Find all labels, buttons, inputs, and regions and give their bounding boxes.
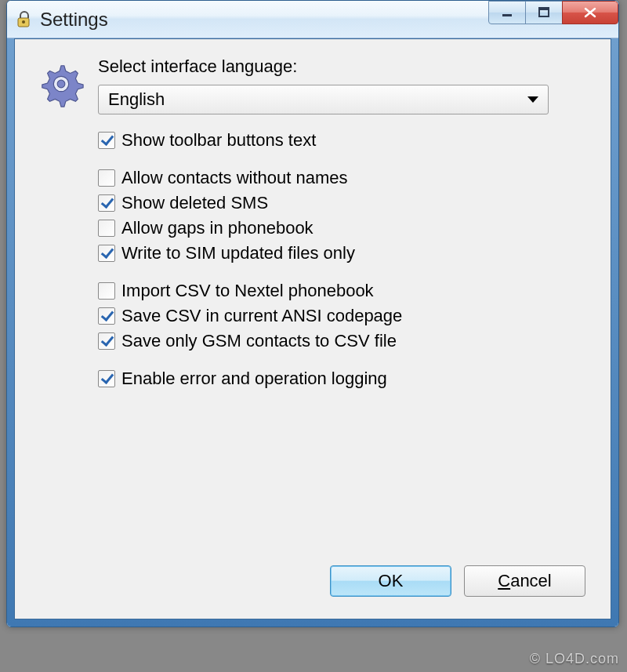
checkbox-label: Write to SIM updated files only bbox=[121, 243, 355, 263]
checkbox-row[interactable]: Allow gaps in phonebook bbox=[98, 218, 589, 238]
checkbox-row[interactable]: Import CSV to Nextel phonebook bbox=[98, 281, 589, 301]
checkbox-row[interactable]: Save CSV in current ANSI codepage bbox=[98, 306, 589, 326]
language-value: English bbox=[108, 89, 165, 110]
gear-icon bbox=[37, 56, 92, 111]
titlebar[interactable]: Settings bbox=[7, 1, 618, 38]
svg-rect-4 bbox=[539, 8, 549, 10]
minimize-button[interactable] bbox=[488, 1, 526, 24]
checkbox-label: Save only GSM contacts to CSV file bbox=[121, 331, 397, 351]
checkbox-label: Allow gaps in phonebook bbox=[121, 218, 314, 238]
checkbox-group: Import CSV to Nextel phonebookSave CSV i… bbox=[98, 281, 589, 351]
checkbox-row[interactable]: Show deleted SMS bbox=[98, 193, 589, 213]
checkbox[interactable] bbox=[98, 220, 115, 237]
svg-rect-2 bbox=[502, 14, 512, 16]
checkbox-row[interactable]: Write to SIM updated files only bbox=[98, 243, 589, 263]
checkbox[interactable] bbox=[98, 370, 115, 387]
app-icon bbox=[15, 10, 34, 29]
checkbox[interactable] bbox=[98, 132, 115, 149]
client-area: Select interface language: English Show … bbox=[14, 38, 611, 619]
checkbox-row[interactable]: Allow contacts without names bbox=[98, 168, 589, 188]
svg-point-6 bbox=[57, 80, 65, 88]
checkbox[interactable] bbox=[98, 245, 115, 262]
language-label: Select interface language: bbox=[98, 56, 589, 77]
maximize-button[interactable] bbox=[525, 1, 563, 24]
cancel-button[interactable]: Cancel bbox=[464, 565, 585, 597]
checkbox-label: Show deleted SMS bbox=[121, 193, 268, 213]
checkbox[interactable] bbox=[98, 307, 115, 325]
checkbox-group: Allow contacts without namesShow deleted… bbox=[98, 168, 589, 263]
checkbox-label: Save CSV in current ANSI codepage bbox=[121, 306, 402, 326]
settings-window: Settings bbox=[6, 0, 619, 627]
checkbox-row[interactable]: Save only GSM contacts to CSV file bbox=[98, 331, 589, 351]
checkbox-label: Allow contacts without names bbox=[121, 168, 348, 188]
checkbox[interactable] bbox=[98, 194, 115, 212]
checkbox[interactable] bbox=[98, 169, 115, 187]
checkbox-label: Show toolbar buttons text bbox=[121, 130, 316, 151]
checkbox[interactable] bbox=[98, 282, 115, 300]
ok-button[interactable]: OK bbox=[330, 565, 451, 597]
checkbox-row[interactable]: Enable error and operation logging bbox=[98, 369, 589, 389]
checkbox-row[interactable]: Show toolbar buttons text bbox=[98, 130, 589, 151]
checkbox[interactable] bbox=[98, 332, 115, 350]
close-button[interactable] bbox=[562, 1, 618, 24]
svg-point-1 bbox=[22, 20, 25, 24]
checkbox-label: Enable error and operation logging bbox=[121, 369, 387, 389]
window-controls bbox=[489, 1, 618, 24]
language-combobox[interactable]: English bbox=[98, 85, 549, 114]
checkbox-label: Import CSV to Nextel phonebook bbox=[121, 281, 374, 301]
window-title: Settings bbox=[40, 9, 108, 31]
checkbox-group: Show toolbar buttons text bbox=[98, 130, 589, 151]
watermark: © LO4D.com bbox=[530, 651, 619, 667]
dialog-buttons: OK Cancel bbox=[330, 565, 585, 597]
checkbox-group: Enable error and operation logging bbox=[98, 369, 589, 389]
client-frame: Select interface language: English Show … bbox=[7, 38, 618, 627]
chevron-down-icon bbox=[527, 96, 538, 103]
